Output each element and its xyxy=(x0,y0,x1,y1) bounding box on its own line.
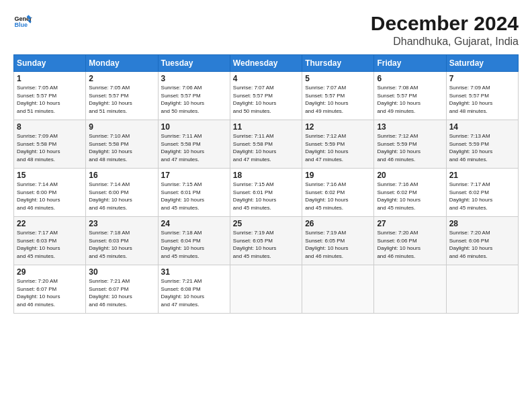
day-info: Sunrise: 7:15 AM Sunset: 6:01 PM Dayligh… xyxy=(233,181,299,212)
calendar-day-cell: 26Sunrise: 7:19 AM Sunset: 6:05 PM Dayli… xyxy=(302,217,374,265)
calendar-day-cell: 23Sunrise: 7:18 AM Sunset: 6:03 PM Dayli… xyxy=(86,217,158,265)
day-number: 31 xyxy=(161,267,227,277)
calendar-day-cell: 25Sunrise: 7:19 AM Sunset: 6:05 PM Dayli… xyxy=(230,217,302,265)
logo: General Blue xyxy=(13,12,32,31)
day-number: 11 xyxy=(233,122,299,132)
day-info: Sunrise: 7:15 AM Sunset: 6:01 PM Dayligh… xyxy=(161,181,227,212)
calendar-day-cell xyxy=(446,265,518,314)
day-number: 7 xyxy=(449,74,515,83)
calendar-day-cell: 2Sunrise: 7:05 AM Sunset: 5:57 PM Daylig… xyxy=(86,72,158,120)
day-info: Sunrise: 7:17 AM Sunset: 6:03 PM Dayligh… xyxy=(17,229,83,260)
day-info: Sunrise: 7:10 AM Sunset: 5:58 PM Dayligh… xyxy=(89,132,154,163)
day-number: 22 xyxy=(17,219,83,228)
title-block: December 2024 Dhandhuka, Gujarat, India xyxy=(371,12,519,48)
calendar-day-cell: 7Sunrise: 7:09 AM Sunset: 5:57 PM Daylig… xyxy=(446,72,518,120)
calendar-day-cell: 3Sunrise: 7:06 AM Sunset: 5:57 PM Daylig… xyxy=(158,72,230,120)
day-info: Sunrise: 7:14 AM Sunset: 6:00 PM Dayligh… xyxy=(17,181,83,212)
calendar-day-cell: 21Sunrise: 7:17 AM Sunset: 6:02 PM Dayli… xyxy=(446,169,518,217)
calendar-day-cell: 10Sunrise: 7:11 AM Sunset: 5:58 PM Dayli… xyxy=(158,120,230,169)
day-info: Sunrise: 7:11 AM Sunset: 5:58 PM Dayligh… xyxy=(161,132,227,163)
day-info: Sunrise: 7:07 AM Sunset: 5:57 PM Dayligh… xyxy=(305,84,371,115)
calendar-day-cell: 8Sunrise: 7:09 AM Sunset: 5:58 PM Daylig… xyxy=(14,120,86,169)
day-info: Sunrise: 7:18 AM Sunset: 6:04 PM Dayligh… xyxy=(161,229,227,260)
day-number: 3 xyxy=(161,74,227,83)
day-number: 17 xyxy=(161,171,227,180)
day-number: 21 xyxy=(449,171,515,180)
calendar-day-cell: 28Sunrise: 7:20 AM Sunset: 6:06 PM Dayli… xyxy=(446,217,518,265)
calendar-day-cell: 30Sunrise: 7:21 AM Sunset: 6:07 PM Dayli… xyxy=(86,265,158,314)
day-number: 13 xyxy=(377,122,443,132)
logo-icon: General Blue xyxy=(13,12,32,31)
day-info: Sunrise: 7:20 AM Sunset: 6:06 PM Dayligh… xyxy=(449,229,515,260)
day-info: Sunrise: 7:20 AM Sunset: 6:07 PM Dayligh… xyxy=(17,277,83,308)
day-number: 16 xyxy=(89,171,154,180)
day-number: 26 xyxy=(305,219,371,228)
calendar-week-row: 15Sunrise: 7:14 AM Sunset: 6:00 PM Dayli… xyxy=(14,169,519,217)
calendar-day-cell: 15Sunrise: 7:14 AM Sunset: 6:00 PM Dayli… xyxy=(14,169,86,217)
day-info: Sunrise: 7:12 AM Sunset: 5:59 PM Dayligh… xyxy=(305,132,371,163)
calendar-day-cell: 12Sunrise: 7:12 AM Sunset: 5:59 PM Dayli… xyxy=(302,120,374,169)
header-sunday: Sunday xyxy=(14,55,86,72)
day-number: 2 xyxy=(89,74,154,83)
calendar-week-row: 22Sunrise: 7:17 AM Sunset: 6:03 PM Dayli… xyxy=(14,217,519,265)
day-info: Sunrise: 7:21 AM Sunset: 6:08 PM Dayligh… xyxy=(161,277,227,308)
calendar-day-cell: 20Sunrise: 7:16 AM Sunset: 6:02 PM Dayli… xyxy=(374,169,446,217)
day-number: 19 xyxy=(305,171,371,180)
day-info: Sunrise: 7:11 AM Sunset: 5:58 PM Dayligh… xyxy=(233,132,299,163)
day-info: Sunrise: 7:09 AM Sunset: 5:58 PM Dayligh… xyxy=(17,132,83,163)
day-number: 5 xyxy=(305,74,371,83)
calendar-day-cell: 14Sunrise: 7:13 AM Sunset: 5:59 PM Dayli… xyxy=(446,120,518,169)
day-number: 30 xyxy=(89,267,154,277)
day-info: Sunrise: 7:17 AM Sunset: 6:02 PM Dayligh… xyxy=(449,181,515,212)
calendar-day-cell: 5Sunrise: 7:07 AM Sunset: 5:57 PM Daylig… xyxy=(302,72,374,120)
svg-text:Blue: Blue xyxy=(14,21,28,28)
header-saturday: Saturday xyxy=(446,55,518,72)
calendar-day-cell: 22Sunrise: 7:17 AM Sunset: 6:03 PM Dayli… xyxy=(14,217,86,265)
day-number: 12 xyxy=(305,122,371,132)
day-info: Sunrise: 7:21 AM Sunset: 6:07 PM Dayligh… xyxy=(89,277,154,308)
day-number: 29 xyxy=(17,267,83,277)
day-info: Sunrise: 7:13 AM Sunset: 5:59 PM Dayligh… xyxy=(449,132,515,163)
day-number: 10 xyxy=(161,122,227,132)
day-info: Sunrise: 7:05 AM Sunset: 5:57 PM Dayligh… xyxy=(89,84,154,115)
calendar-day-cell: 29Sunrise: 7:20 AM Sunset: 6:07 PM Dayli… xyxy=(14,265,86,314)
header-wednesday: Wednesday xyxy=(230,55,302,72)
calendar-day-cell: 19Sunrise: 7:16 AM Sunset: 6:02 PM Dayli… xyxy=(302,169,374,217)
day-info: Sunrise: 7:12 AM Sunset: 5:59 PM Dayligh… xyxy=(377,132,443,163)
day-info: Sunrise: 7:16 AM Sunset: 6:02 PM Dayligh… xyxy=(377,181,443,212)
header-tuesday: Tuesday xyxy=(158,55,230,72)
calendar-day-cell xyxy=(230,265,302,314)
day-number: 6 xyxy=(377,74,443,83)
calendar-day-cell: 9Sunrise: 7:10 AM Sunset: 5:58 PM Daylig… xyxy=(86,120,158,169)
calendar-day-cell: 18Sunrise: 7:15 AM Sunset: 6:01 PM Dayli… xyxy=(230,169,302,217)
calendar-day-cell: 27Sunrise: 7:20 AM Sunset: 6:06 PM Dayli… xyxy=(374,217,446,265)
day-info: Sunrise: 7:18 AM Sunset: 6:03 PM Dayligh… xyxy=(89,229,154,260)
day-info: Sunrise: 7:16 AM Sunset: 6:02 PM Dayligh… xyxy=(305,181,371,212)
calendar-day-cell: 4Sunrise: 7:07 AM Sunset: 5:57 PM Daylig… xyxy=(230,72,302,120)
calendar-day-cell: 31Sunrise: 7:21 AM Sunset: 6:08 PM Dayli… xyxy=(158,265,230,314)
header-thursday: Thursday xyxy=(302,55,374,72)
calendar-day-cell: 11Sunrise: 7:11 AM Sunset: 5:58 PM Dayli… xyxy=(230,120,302,169)
calendar-day-cell xyxy=(374,265,446,314)
page-title: December 2024 xyxy=(371,12,519,34)
day-number: 25 xyxy=(233,219,299,228)
day-number: 24 xyxy=(161,219,227,228)
header-friday: Friday xyxy=(374,55,446,72)
calendar-day-cell: 16Sunrise: 7:14 AM Sunset: 6:00 PM Dayli… xyxy=(86,169,158,217)
calendar-week-row: 29Sunrise: 7:20 AM Sunset: 6:07 PM Dayli… xyxy=(14,265,519,314)
day-number: 4 xyxy=(233,74,299,83)
page-subtitle: Dhandhuka, Gujarat, India xyxy=(371,36,519,48)
calendar-day-cell: 6Sunrise: 7:08 AM Sunset: 5:57 PM Daylig… xyxy=(374,72,446,120)
day-number: 27 xyxy=(377,219,443,228)
day-info: Sunrise: 7:08 AM Sunset: 5:57 PM Dayligh… xyxy=(377,84,443,115)
day-info: Sunrise: 7:19 AM Sunset: 6:05 PM Dayligh… xyxy=(233,229,299,260)
day-number: 14 xyxy=(449,122,515,132)
day-number: 18 xyxy=(233,171,299,180)
day-number: 9 xyxy=(89,122,154,132)
calendar-table: Sunday Monday Tuesday Wednesday Thursday… xyxy=(13,54,519,314)
day-info: Sunrise: 7:19 AM Sunset: 6:05 PM Dayligh… xyxy=(305,229,371,260)
day-number: 28 xyxy=(449,219,515,228)
calendar-week-row: 1Sunrise: 7:05 AM Sunset: 5:57 PM Daylig… xyxy=(14,72,519,120)
day-info: Sunrise: 7:09 AM Sunset: 5:57 PM Dayligh… xyxy=(449,84,515,115)
day-number: 15 xyxy=(17,171,83,180)
